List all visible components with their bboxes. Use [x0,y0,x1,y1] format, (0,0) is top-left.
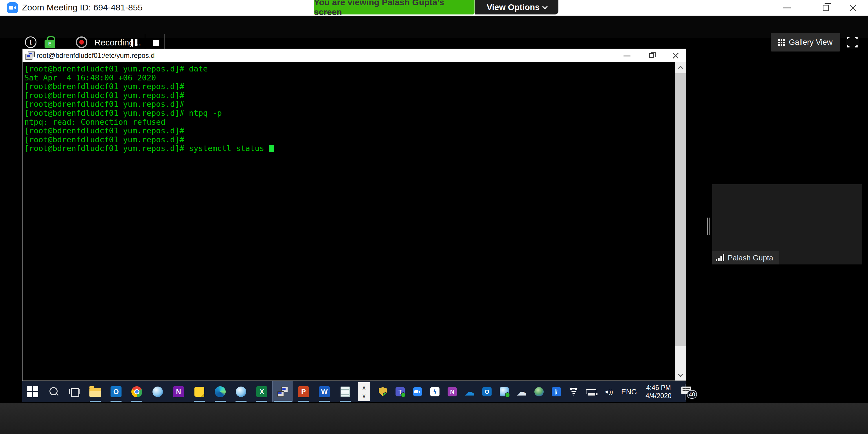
battery-icon[interactable] [586,386,596,397]
jabber-tray-glyph [500,387,509,396]
outlook-tray-glyph: O [482,387,492,396]
terminal-title: root@bdrenfdludcf01:/etc/yum.repos.d [36,52,155,60]
wifi-icon[interactable] [568,386,579,397]
window-close-button[interactable] [844,0,862,16]
zoom-tray-glyph [413,387,422,396]
bluetooth-glyph: ᛒ [552,387,561,396]
notepad-icon[interactable] [335,381,355,402]
meeting-info-icon[interactable]: i [25,36,36,48]
fullscreen-icon[interactable] [847,37,858,48]
gallery-view-label: Gallery View [789,38,832,47]
network-globe-icon[interactable] [534,386,544,397]
thumbnail-drag-handle[interactable] [707,218,711,235]
onenote-clipper-glyph: N [447,387,457,396]
onedrive-icon[interactable]: ☁ [464,386,475,397]
participant-video-thumbnail[interactable]: Palash Gupta [712,184,862,265]
shield-check-glyph [379,387,387,396]
onenote-clipper-icon[interactable]: N [447,386,458,397]
scroll-up-icon[interactable] [675,62,686,73]
terminal-line: [root@bdrenfdludcf01 yum.repos.d]# date [24,64,675,73]
chrome-glyph [131,386,142,397]
window-minimize-button[interactable] [778,0,796,16]
terminal-line: [root@bdrenfdludcf01 yum.repos.d]# [24,100,675,109]
wifi-glyph [569,387,578,396]
terminal-line: [root@bdrenfdludcf01 yum.repos.d]# [24,91,675,100]
restore-icon [823,5,829,11]
taskbar-clock[interactable]: 4:46 PM 4/4/2020 [646,384,672,400]
terminal-output[interactable]: [root@bdrenfdludcf01 yum.repos.d]# dateS… [23,62,675,380]
zoom-meeting-window: Zoom Meeting ID: 694-481-855 You are vie… [0,0,868,434]
outlook-tray-icon[interactable]: O [482,386,492,397]
bluetooth-icon[interactable]: ᛒ [551,386,562,397]
sticky-notes-icon[interactable] [189,381,210,402]
jabber-2-icon[interactable] [230,381,251,402]
start-icon[interactable] [22,381,43,402]
stop-recording-icon[interactable] [153,40,159,46]
jabber-tray-icon[interactable] [499,386,509,397]
participant-name: Palash Gupta [728,253,773,262]
shield-check-icon[interactable] [378,386,388,397]
view-options-button[interactable]: View Options [475,0,558,14]
teams-icon[interactable]: T [395,386,405,397]
minimize-icon [783,7,791,8]
gallery-grid-icon [778,39,780,41]
language-indicator[interactable]: ENG [621,388,637,396]
open-app-underline [319,401,330,402]
putty-app-icon [26,52,35,60]
scrollbar-thumb[interactable] [675,73,686,346]
outlook-icon[interactable]: O [105,381,126,402]
terminal-line: Sat Apr 4 16:48:00 +06 2020 [24,73,675,83]
jabber-2-glyph [236,386,246,397]
terminal-scrollbar[interactable] [675,62,686,380]
gallery-view-button[interactable]: Gallery View [771,33,840,52]
terminal-line: ntpq: read: Connection refused [24,118,675,127]
onenote-icon[interactable]: N [168,381,189,402]
cloud-file-icon[interactable]: ☁ [517,386,527,397]
zoom-camera-logo-icon [7,2,18,13]
recording-dot-icon [76,36,87,48]
powerpoint-glyph: P [298,386,309,397]
open-app-underline [90,401,101,402]
terminal-close-button[interactable] [665,49,686,62]
open-app-underline [340,401,351,402]
search-icon[interactable] [43,381,64,402]
onedrive-glyph: ☁ [465,387,474,396]
word-icon[interactable]: W [314,381,335,402]
battery-glyph [586,389,596,394]
excel-glyph: X [256,386,267,397]
speaker-icon[interactable]: ◄)) [603,386,614,397]
putty-terminal-window: root@bdrenfdludcf01:/etc/yum.repos.d [ro… [22,49,686,381]
terminal-title-bar[interactable]: root@bdrenfdludcf01:/etc/yum.repos.d [23,49,686,62]
chrome-icon[interactable] [126,381,147,402]
putty-icon[interactable] [272,381,293,402]
thunderbolt-icon[interactable]: ϟ [430,386,440,397]
tray-expand-button[interactable]: ∧ ∨ [358,382,370,401]
action-center-button[interactable]: 40 [681,386,693,397]
powerpoint-icon[interactable]: P [293,381,314,402]
clock-time: 4:46 PM [646,384,672,392]
edge-icon[interactable] [210,381,230,402]
search-glyph [48,386,59,397]
window-restore-button[interactable] [818,0,836,16]
notepad-glyph [341,386,350,397]
terminal-restore-button[interactable] [642,49,662,62]
task-view-icon[interactable] [64,381,85,402]
pause-recording-icon[interactable] [131,39,138,46]
jabber-glyph [153,386,163,397]
excel-icon[interactable]: X [251,381,272,402]
terminal-line: [root@bdrenfdludcf01 yum.repos.d]# [24,135,675,144]
open-app-underline [274,401,292,402]
jabber-icon[interactable] [147,381,168,402]
file-explorer-icon[interactable] [85,381,105,402]
scroll-down-icon[interactable] [675,370,686,380]
open-app-underline [236,401,247,402]
chevron-up-icon: ∧ [362,385,366,390]
tray-icons: TϟN☁O☁ᛒ◄)) [378,386,614,397]
putty-glyph [277,386,288,397]
show-desktop-divider[interactable] [685,384,685,400]
zoom-control-toolbar: Unmute Start Video 214 Participants 8 Q&… [0,403,868,434]
zoom-tray-icon[interactable] [412,386,423,397]
terminal-minimize-button[interactable] [617,49,638,62]
terminal-line: [root@bdrenfdludcf01 yum.repos.d]# syste… [24,144,675,153]
task-view-glyph [69,386,80,397]
